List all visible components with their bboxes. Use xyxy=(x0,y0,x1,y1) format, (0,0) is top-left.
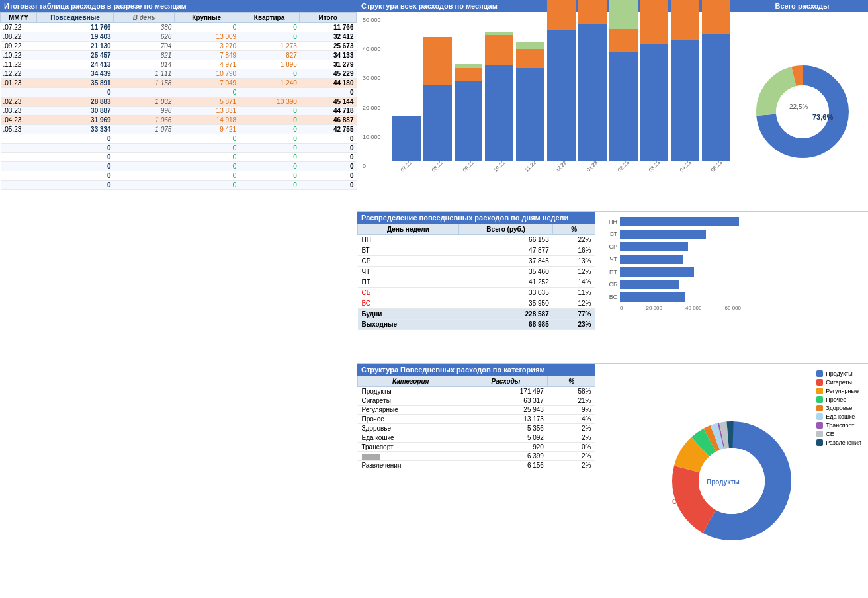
table-row: 0 xyxy=(239,116,300,125)
bar-label: 08.22 xyxy=(431,159,445,173)
table-row xyxy=(114,144,175,153)
list-item: 21% xyxy=(548,396,595,406)
table-row: 0 xyxy=(239,23,300,32)
table-row: 33 334 xyxy=(37,125,114,134)
table-row: 3 270 xyxy=(174,42,239,51)
table-row: 626 xyxy=(114,32,175,42)
day-header-day: День недели xyxy=(358,224,459,235)
table-row xyxy=(239,88,300,97)
table-row xyxy=(114,153,175,162)
list-item: 68 985 xyxy=(458,320,552,330)
list-item xyxy=(358,452,464,461)
list-item: 5 092 xyxy=(464,433,548,443)
svg-text:Продукты: Продукты xyxy=(707,478,740,486)
table-row: 44 180 xyxy=(300,79,357,88)
y-label-4: 40 000 xyxy=(363,46,381,52)
table-row: 0 xyxy=(239,171,300,181)
list-item: 2% xyxy=(548,433,595,443)
table-row xyxy=(1,171,37,181)
horiz-bars: ПН ВТ СР ЧТ ПТ СБ ВС 020 00040 00060 000 xyxy=(601,217,863,311)
legend-label: CE xyxy=(826,431,834,437)
table-row: .01.23 xyxy=(1,79,37,88)
header-mmyy: ММYY xyxy=(1,13,37,23)
table-row: 0 xyxy=(37,171,114,181)
table-row: 0 xyxy=(239,32,300,42)
list-item: 16% xyxy=(553,245,595,256)
h-bar-label: СБ xyxy=(601,281,617,288)
h-bar-fill xyxy=(620,217,739,226)
list-item: 9% xyxy=(548,406,595,415)
y-label-5: 50 000 xyxy=(363,17,381,23)
table-row: 0 xyxy=(37,153,114,162)
table-row xyxy=(114,134,175,144)
table-row: 31 969 xyxy=(37,116,114,125)
bar-label: 05.23 xyxy=(709,159,723,173)
h-bar-label: ПТ xyxy=(601,269,617,275)
h-bar-row: СР xyxy=(601,242,863,251)
table-row xyxy=(114,181,175,190)
legend-color xyxy=(816,405,823,411)
table-row: 24 413 xyxy=(37,60,114,69)
bar-label: 09.22 xyxy=(462,159,476,173)
legend-color xyxy=(816,370,823,377)
table-row: 7 049 xyxy=(174,79,239,88)
header-krupn: Крупные xyxy=(174,13,239,23)
legend-label: Прочее xyxy=(826,396,846,403)
table-row: .10.22 xyxy=(1,51,37,60)
cat-legend-item: Транспорт xyxy=(816,422,861,429)
table-row: .11.22 xyxy=(1,60,37,69)
legend-color xyxy=(816,439,823,446)
table-row: 0 xyxy=(37,181,114,190)
table-row: 25 673 xyxy=(300,42,357,51)
table-row: 44 718 xyxy=(300,107,357,116)
bottom-section: Структура Повседневных расходов по катег… xyxy=(357,364,868,598)
table-row: 13 831 xyxy=(174,107,239,116)
list-item: Прочее xyxy=(358,415,464,424)
list-item: ЧТ xyxy=(358,267,459,277)
cat-legend-item: CE xyxy=(816,431,861,437)
legend-label: Развлечения xyxy=(826,439,861,446)
table-row xyxy=(1,153,37,162)
table-row: 0 xyxy=(239,153,300,162)
bar-group: 11.22 xyxy=(516,42,544,169)
list-item: 171 497 xyxy=(464,387,548,396)
h-bar-fill xyxy=(620,230,706,239)
y-label-3: 30 000 xyxy=(363,75,381,81)
table-row: 0 xyxy=(174,153,239,162)
svg-point-3 xyxy=(776,85,829,138)
table-row: 35 891 xyxy=(37,79,114,88)
donut-top-title: Всего расходы xyxy=(736,0,868,12)
h-bar-row: ВТ xyxy=(601,230,863,239)
h-bar-fill xyxy=(620,255,683,264)
list-item: Продукты xyxy=(358,387,464,396)
table-row: .12.22 xyxy=(1,69,37,79)
left-title: Итоговая таблица расходов в разрезе по м… xyxy=(0,0,357,12)
svg-text:73,6%: 73,6% xyxy=(812,113,833,121)
table-row: 10 790 xyxy=(174,69,239,79)
h-bar-fill xyxy=(620,280,679,289)
table-row: 0 xyxy=(300,144,357,153)
table-row: 0 xyxy=(37,88,114,97)
list-item: 35 950 xyxy=(458,298,552,309)
legend-color xyxy=(816,413,823,420)
list-item: 920 xyxy=(464,443,548,452)
table-row: 0 xyxy=(37,144,114,153)
table-row: 0 xyxy=(37,134,114,144)
bar-label: 01.23 xyxy=(586,159,599,173)
list-item: 2% xyxy=(548,424,595,433)
bar-group: 08.22 xyxy=(423,37,452,169)
h-bar-fill xyxy=(620,242,688,251)
table-row: 14 918 xyxy=(174,116,239,125)
table-row: 34 439 xyxy=(37,69,114,79)
bar-group: 01.23 xyxy=(578,0,607,169)
table-row: 30 887 xyxy=(37,107,114,116)
bar-label: 10.22 xyxy=(493,159,507,173)
top-right: Структура всех расходов по месяцам 50 00… xyxy=(357,0,868,212)
table-row: .03.23 xyxy=(1,107,37,116)
table-row: 0 xyxy=(174,23,239,32)
table-row: 1 895 xyxy=(239,60,300,69)
middle-section: Распределение повседневных расходов по д… xyxy=(357,212,868,364)
h-bar-row: СБ xyxy=(601,280,863,289)
table-row: 0 xyxy=(239,181,300,190)
list-item: 12% xyxy=(553,298,595,309)
